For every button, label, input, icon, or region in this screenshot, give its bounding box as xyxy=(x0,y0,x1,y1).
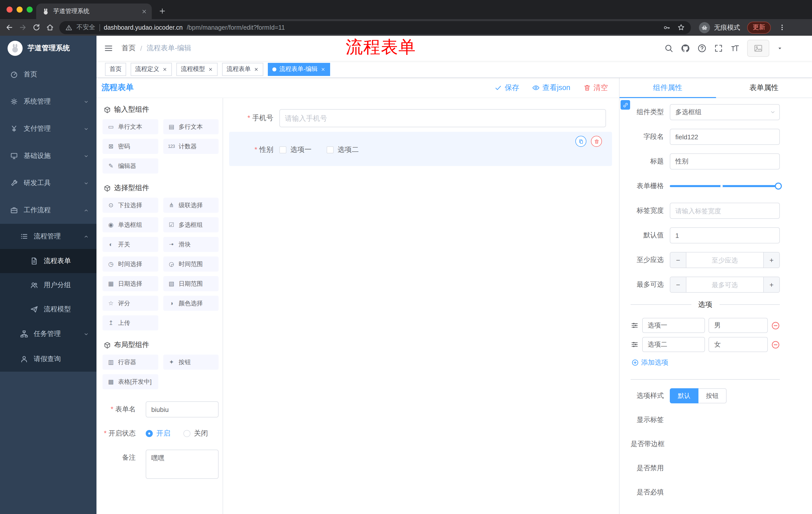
github-icon[interactable] xyxy=(681,44,690,53)
phone-input[interactable] xyxy=(279,109,606,127)
palette-item-slider[interactable]: –●滑块 xyxy=(163,237,219,252)
clear-button[interactable]: 清空 xyxy=(583,83,608,92)
security-warning-icon[interactable] xyxy=(65,24,72,31)
tab-component-props[interactable]: 组件属性 xyxy=(619,78,716,98)
stepper-plus-button[interactable]: + xyxy=(763,277,779,292)
palette-item-password[interactable]: ⊠密码 xyxy=(103,139,158,154)
tab-close-icon[interactable] xyxy=(141,8,147,14)
sidebar-item-process-model[interactable]: 流程模型 xyxy=(0,297,96,321)
sidebar-item-process-form[interactable]: 流程表单 xyxy=(0,249,96,273)
sidebar-item-home[interactable]: 首页 xyxy=(0,61,96,88)
remove-option-button[interactable] xyxy=(771,321,780,330)
sidebar-item-process-management[interactable]: 流程管理 xyxy=(0,224,96,249)
tag-close-icon[interactable] xyxy=(321,66,326,72)
option-label-input[interactable] xyxy=(642,337,705,352)
avatar[interactable] xyxy=(747,40,769,57)
font-size-icon[interactable] xyxy=(731,44,740,53)
tag-process-definition[interactable]: 流程定义 xyxy=(130,63,172,76)
field-name-input[interactable] xyxy=(670,129,780,145)
palette-item-button[interactable]: ✦按钮 xyxy=(163,355,219,370)
tag-process-form[interactable]: 流程表单 xyxy=(222,63,263,76)
browser-home-button[interactable] xyxy=(46,23,54,32)
browser-update-button[interactable]: 更新 xyxy=(747,21,771,33)
breadcrumb-home[interactable]: 首页 xyxy=(122,44,136,53)
form-name-input[interactable] xyxy=(146,401,219,417)
browser-menu-icon[interactable] xyxy=(778,24,786,31)
palette-item-time-range[interactable]: ◶时间范围 xyxy=(163,256,219,272)
widget-phone-field[interactable]: 手机号 xyxy=(229,109,612,127)
browser-forward-button[interactable] xyxy=(19,23,27,32)
option-value-input[interactable] xyxy=(709,337,768,352)
sidebar-item-workflow[interactable]: 工作流程 xyxy=(0,197,96,224)
max-select-input[interactable] xyxy=(686,277,763,292)
fullscreen-icon[interactable] xyxy=(714,44,723,53)
new-tab-button[interactable] xyxy=(159,7,166,15)
status-radio-on[interactable]: 开启 xyxy=(146,429,170,438)
palette-item-color-picker[interactable]: ◑颜色选择 xyxy=(163,296,219,311)
app-logo[interactable]: 芋道管理系统 xyxy=(0,36,96,61)
drag-handle-icon[interactable] xyxy=(631,321,639,329)
copy-widget-button[interactable] xyxy=(575,136,586,147)
sidebar-item-system[interactable]: 系统管理 xyxy=(0,88,96,115)
sidebar-item-task-management[interactable]: 任务管理 xyxy=(0,321,96,347)
palette-item-row-container[interactable]: ▥行容器 xyxy=(103,355,158,370)
sidebar-item-leave-query[interactable]: 请假查询 xyxy=(0,347,96,372)
drag-handle-icon[interactable] xyxy=(631,341,639,349)
address-bar[interactable]: 不安全 dashboard.yudao.iocoder.cn/bpm/manag… xyxy=(59,21,691,34)
hamburger-icon[interactable] xyxy=(104,44,113,53)
palette-item-radio-group[interactable]: ◉单选框组 xyxy=(103,217,158,232)
browser-back-button[interactable] xyxy=(5,23,13,32)
sidebar-item-payment[interactable]: 支付管理 xyxy=(0,115,96,142)
palette-item-time-picker[interactable]: ◷时间选择 xyxy=(103,256,158,272)
palette-item-switch[interactable]: ◐开关 xyxy=(103,237,158,252)
tag-home[interactable]: 首页 xyxy=(105,63,126,76)
palette-item-single-line-text[interactable]: ▭单行文本 xyxy=(103,119,158,134)
save-button[interactable]: 保存 xyxy=(495,83,519,92)
palette-item-dropdown-select[interactable]: ⊙下拉选择 xyxy=(103,198,158,213)
palette-item-date-range[interactable]: ▧日期范围 xyxy=(163,276,219,291)
doc-link-button[interactable] xyxy=(620,100,630,110)
stepper-minus-button[interactable]: − xyxy=(670,277,686,292)
gender-checkbox-option2[interactable]: 选项二 xyxy=(327,145,359,154)
browser-tab[interactable]: 芋道管理系统 xyxy=(36,3,152,19)
palette-item-rate[interactable]: ☆评分 xyxy=(103,296,158,311)
remove-option-button[interactable] xyxy=(771,340,780,349)
tag-process-model[interactable]: 流程模型 xyxy=(176,63,218,76)
tag-process-form-edit[interactable]: 流程表单-编辑 xyxy=(268,63,330,76)
default-value-input[interactable] xyxy=(670,227,780,243)
tag-close-icon[interactable] xyxy=(208,66,213,72)
sidebar-item-user-group[interactable]: 用户分组 xyxy=(0,273,96,297)
view-json-button[interactable]: 查看json xyxy=(532,83,570,92)
component-type-select[interactable]: 多选框组 xyxy=(670,104,780,120)
window-close-button[interactable] xyxy=(6,6,12,12)
form-remark-textarea[interactable]: 嘿嘿 xyxy=(146,450,219,479)
palette-item-table[interactable]: ▩表格[开发中] xyxy=(103,374,158,389)
label-width-input[interactable] xyxy=(670,203,780,219)
palette-item-editor[interactable]: ✎编辑器 xyxy=(103,158,158,173)
palette-item-checkbox-group[interactable]: ☑多选框组 xyxy=(163,217,219,232)
search-icon[interactable] xyxy=(664,44,673,53)
stepper-minus-button[interactable]: − xyxy=(670,252,686,268)
tab-form-props[interactable]: 表单属性 xyxy=(716,78,812,98)
widget-gender-field-selected[interactable]: 性别 选项一 选项二 xyxy=(229,132,612,166)
sidebar-item-infrastructure[interactable]: 基础设施 xyxy=(0,142,96,169)
drawing-board[interactable]: 手机号 性别 xyxy=(223,98,619,514)
palette-item-date-picker[interactable]: ▦日期选择 xyxy=(103,276,158,291)
style-button-button[interactable]: 按钮 xyxy=(698,388,727,403)
window-zoom-button[interactable] xyxy=(27,6,33,12)
browser-reload-button[interactable] xyxy=(32,23,41,32)
slider-handle[interactable] xyxy=(775,183,782,190)
palette-item-multi-line-text[interactable]: ▤多行文本 xyxy=(163,119,219,134)
option-value-input[interactable] xyxy=(709,318,768,333)
checkbox-icon[interactable] xyxy=(279,146,286,154)
password-manager-icon[interactable] xyxy=(663,24,670,31)
form-grid-slider[interactable] xyxy=(670,178,780,194)
window-minimize-button[interactable] xyxy=(17,6,23,12)
status-radio-off[interactable]: 关闭 xyxy=(183,429,208,438)
sidebar-item-devtools[interactable]: 研发工具 xyxy=(0,169,96,197)
stepper-plus-button[interactable]: + xyxy=(763,252,779,268)
slider-track[interactable] xyxy=(670,185,780,187)
bookmark-star-icon[interactable] xyxy=(677,24,685,31)
add-option-button[interactable]: 添加选项 xyxy=(632,358,780,367)
option-label-input[interactable] xyxy=(642,318,705,333)
